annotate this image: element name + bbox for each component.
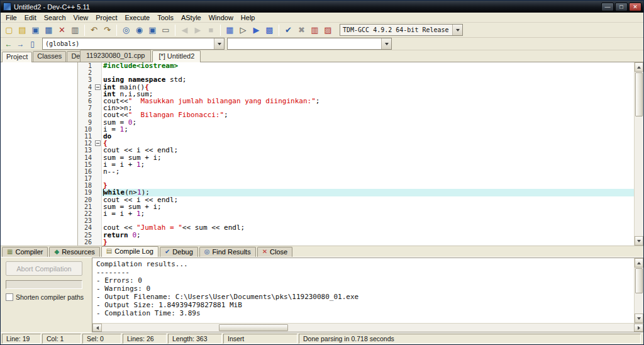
- sidebar-tab-classes[interactable]: Classes: [33, 51, 66, 62]
- save-icon[interactable]: ▣: [29, 24, 42, 37]
- code-line[interactable]: int main(){: [102, 84, 634, 91]
- scroll-left-icon[interactable]: [92, 324, 102, 332]
- menu-item-project[interactable]: Project: [92, 13, 121, 22]
- new-file-icon[interactable]: ▢: [3, 24, 16, 37]
- profile-icon[interactable]: ▥: [308, 24, 321, 37]
- code-line[interactable]: i = i + 1;: [102, 210, 634, 217]
- code-line[interactable]: while(n>1);: [102, 189, 634, 196]
- close-file-icon[interactable]: ✕: [55, 24, 69, 37]
- log-hscroll-thumb[interactable]: [219, 324, 288, 331]
- menu-item-search[interactable]: Search: [40, 13, 70, 22]
- redo-icon[interactable]: ↷: [101, 24, 114, 37]
- profiling-analysis-icon[interactable]: ▨: [321, 24, 335, 37]
- close-button[interactable]: ✕: [629, 3, 641, 11]
- save-all-icon[interactable]: ▦: [42, 24, 55, 37]
- compile-controls: Abort Compilation Shorten compiler paths: [1, 257, 92, 332]
- project-panel[interactable]: [1, 62, 78, 246]
- code-token: std;: [165, 76, 186, 84]
- toolbar-separator: [220, 25, 221, 36]
- abort-compilation-icon[interactable]: ✖: [295, 24, 308, 37]
- debug-check-icon[interactable]: ✔: [282, 24, 295, 37]
- code-line[interactable]: [102, 175, 634, 182]
- code-line[interactable]: i = 1;: [102, 126, 634, 133]
- bottom-tab-resources[interactable]: ◆Resources: [49, 247, 99, 257]
- goto-declaration-icon[interactable]: ←: [3, 38, 14, 49]
- bottom-tab-close[interactable]: ✕Close: [257, 247, 293, 257]
- log-hscroll-track[interactable]: [102, 324, 634, 332]
- chevron-down-icon[interactable]: [452, 25, 462, 35]
- scroll-down-icon[interactable]: [635, 236, 643, 246]
- editor-scroll-track[interactable]: [635, 72, 643, 236]
- run-icon[interactable]: ▷: [236, 24, 250, 37]
- menu-item-edit[interactable]: Edit: [21, 13, 40, 22]
- code-line[interactable]: i = i + 1;: [102, 161, 634, 168]
- replace-icon[interactable]: ◉: [133, 24, 146, 37]
- file-tab[interactable]: [*] Untitled2: [152, 50, 201, 62]
- code-line[interactable]: {: [102, 140, 634, 147]
- scroll-up-icon[interactable]: [635, 62, 643, 72]
- menu-item-view[interactable]: View: [70, 13, 92, 22]
- minimize-button[interactable]: —: [601, 3, 614, 11]
- maximize-button[interactable]: □: [615, 3, 628, 11]
- print-icon[interactable]: ▥: [69, 24, 82, 37]
- scroll-right-icon[interactable]: [634, 324, 643, 332]
- code-line[interactable]: }: [102, 239, 634, 246]
- code-area[interactable]: #include<iostream>using namespace std;in…: [102, 62, 634, 246]
- code-line[interactable]: n--;: [102, 168, 634, 175]
- open-file-icon[interactable]: ▤: [16, 24, 29, 37]
- code-line[interactable]: cout << i << endl;: [102, 196, 634, 203]
- chevron-down-icon[interactable]: [381, 38, 391, 49]
- menu-item-astyle[interactable]: AStyle: [177, 13, 205, 22]
- editor-scroll-thumb[interactable]: [635, 72, 643, 116]
- menu-item-tools[interactable]: Tools: [153, 13, 177, 22]
- editor-vertical-scrollbar[interactable]: [634, 62, 643, 246]
- shorten-paths-checkbox[interactable]: [6, 293, 13, 301]
- code-line[interactable]: using namespace std;: [102, 76, 634, 83]
- members-select[interactable]: [227, 38, 392, 50]
- rebuild-all-icon[interactable]: ▩: [263, 24, 276, 37]
- find-icon[interactable]: ◎: [119, 24, 133, 37]
- bottom-tab-compile-log[interactable]: ▤Compile Log: [101, 246, 158, 257]
- scroll-down-icon[interactable]: [635, 314, 643, 323]
- code-line[interactable]: return 0;: [102, 232, 634, 239]
- code-line[interactable]: cout<<" Bilangan Fibonacci:";: [102, 111, 634, 118]
- find-in-files-icon[interactable]: ▣: [146, 24, 159, 37]
- compiler-profile-select[interactable]: TDM-GCC 4.9.2 64-bit Release: [340, 24, 463, 36]
- code-line[interactable]: sum = sum + i;: [102, 203, 634, 210]
- file-tab[interactable]: 119230080_01.cpp: [80, 50, 151, 62]
- fold-collapse-icon[interactable]: [95, 84, 101, 90]
- abort-compilation-button[interactable]: Abort Compilation: [6, 261, 82, 276]
- undo-icon[interactable]: ↶: [87, 24, 101, 37]
- compile-icon[interactable]: ▦: [223, 24, 236, 37]
- fold-collapse-icon[interactable]: [95, 140, 101, 146]
- scroll-up-icon[interactable]: [635, 258, 643, 268]
- code-line[interactable]: do: [102, 133, 634, 140]
- menu-item-help[interactable]: Help: [237, 13, 259, 22]
- menu-item-execute[interactable]: Execute: [121, 13, 153, 22]
- code-line[interactable]: cout << i << endl;: [102, 147, 634, 154]
- goto-line-icon[interactable]: ▭: [159, 24, 172, 37]
- log-vertical-scrollbar[interactable]: [634, 258, 643, 323]
- bottom-tab-compiler[interactable]: ▦Compiler: [2, 247, 48, 257]
- globals-select[interactable]: (globals): [42, 38, 225, 50]
- menu-item-window[interactable]: Window: [205, 13, 237, 22]
- compile-run-icon[interactable]: ▶: [250, 24, 263, 37]
- chevron-down-icon[interactable]: [214, 38, 224, 49]
- code-line[interactable]: cout<<" Masukkan jumlah bilangan yang di…: [102, 98, 634, 105]
- log-horizontal-scrollbar[interactable]: [92, 323, 643, 332]
- sidebar-tab-project[interactable]: Project: [2, 52, 32, 62]
- code-line[interactable]: }: [102, 182, 634, 189]
- code-line[interactable]: sum = 0;: [102, 119, 634, 126]
- menu-item-file[interactable]: File: [2, 13, 21, 22]
- code-line[interactable]: #include<iostream>: [102, 62, 634, 69]
- code-line[interactable]: cout << "Jumlah = "<< sum << endl;: [102, 224, 634, 231]
- class-browser-icon[interactable]: ▯: [26, 38, 38, 49]
- log-scroll-thumb[interactable]: [635, 268, 643, 293]
- compile-log[interactable]: Compilation results...--------- Errors: …: [92, 258, 634, 323]
- titlebar[interactable]: Untitled2 - Dev-C++ 5.11 —□✕: [1, 1, 643, 13]
- code-line[interactable]: sum = sum + i;: [102, 154, 634, 161]
- log-scroll-track[interactable]: [635, 268, 643, 314]
- bottom-tab-find-results[interactable]: ◎Find Results: [199, 247, 256, 257]
- goto-definition-icon[interactable]: →: [14, 38, 26, 49]
- bottom-tab-debug[interactable]: ✔Debug: [160, 247, 198, 257]
